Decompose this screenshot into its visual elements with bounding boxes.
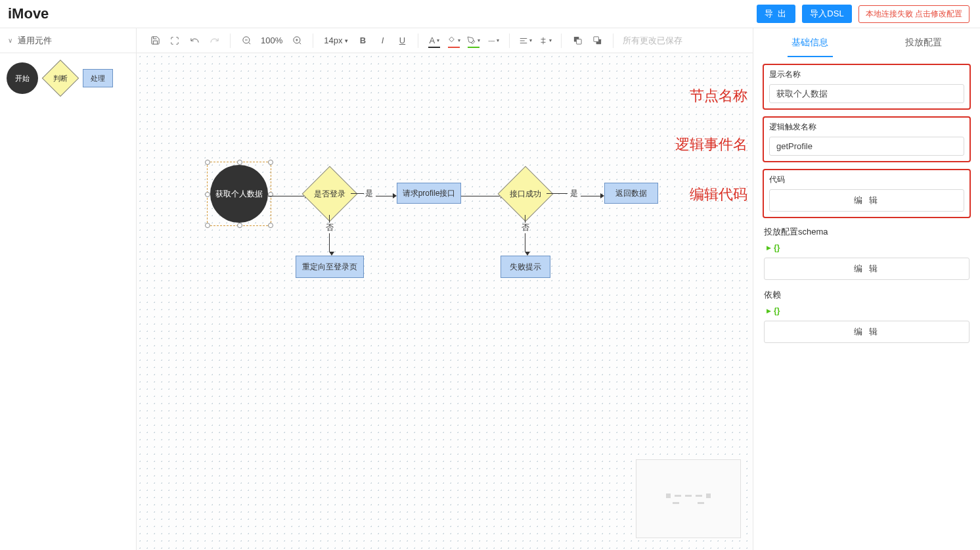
svg-rect-13 [574,37,579,42]
fit-view-icon[interactable] [167,33,183,49]
bold-icon[interactable]: B [355,33,370,49]
trigger-name-label: 逻辑触发名称 [769,122,964,133]
deps-json-toggle[interactable]: ▶{} [764,306,969,315]
font-color-icon[interactable]: A▾ [426,33,442,49]
caret-down-icon: ▾ [437,37,439,43]
svg-line-4 [299,42,301,44]
app-title: iMove [8,5,49,22]
triangle-right-icon: ▶ [767,244,771,251]
undo-icon[interactable] [187,33,202,49]
zoom-level[interactable]: 100% [258,35,285,45]
zoom-in-icon[interactable] [289,33,305,49]
resize-handle[interactable] [268,223,273,228]
node-return-data[interactable]: 返回数据 [604,183,658,204]
caret-down-icon: ▾ [497,37,499,43]
tab-basic-info[interactable]: 基础信息 [753,28,867,57]
italic-icon[interactable]: I [374,33,390,49]
canvas-viewport[interactable]: 获取个人数据 是否登录 是 请求profile接口 接口成功 是 返回数据 否 … [137,53,753,550]
redo-icon[interactable] [206,33,222,49]
save-icon[interactable] [147,33,163,49]
code-label: 代码 [769,174,964,185]
send-back-icon[interactable] [589,33,605,49]
h-align-icon[interactable]: ▾ [518,33,533,49]
edit-deps-button[interactable]: 编 辑 [764,321,969,343]
caret-down-icon: ▾ [458,37,460,43]
export-button[interactable]: 导 出 [757,5,796,23]
tab-deploy-config[interactable]: 投放配置 [867,28,981,57]
palette-start-shape[interactable]: 开始 [7,62,38,94]
editor-toolbar: 100% 14px ▾ B I U A▾ ▾ ▾ ---▾ ▾ ▾ 所有更改已保… [137,28,753,53]
edge[interactable] [376,193,397,198]
import-dsl-button[interactable]: 导入DSL [802,5,851,23]
shape-palette: 开始 判断 处理 [0,53,136,103]
svg-point-3 [294,37,300,43]
annotation-edit-code: 编辑代码 [690,185,747,204]
caret-down-icon: ▾ [529,37,532,43]
fill-color-icon[interactable]: ▾ [446,33,462,49]
zoom-out-icon[interactable] [238,33,254,49]
triangle-right-icon: ▶ [767,308,771,314]
display-name-field-box: 显示名称 [763,64,971,110]
node-redirect-login[interactable]: 重定向至登录页 [296,256,364,278]
edge[interactable] [581,193,604,198]
palette-decision-shape[interactable]: 判断 [42,60,79,97]
underline-icon[interactable]: U [394,33,410,49]
node-login-check[interactable]: 是否登录 [302,166,358,222]
svg-point-0 [242,37,249,43]
v-align-icon[interactable]: ▾ [537,33,553,49]
resize-handle[interactable] [237,160,242,165]
deps-label: 依赖 [764,289,969,301]
caret-down-icon: ▾ [478,37,480,43]
schema-label: 投放配置schema [764,226,969,238]
svg-rect-15 [596,39,602,45]
connection-status-button[interactable]: 本地连接失败 点击修改配置 [858,5,969,23]
panel-tabs: 基础信息 投放配置 [753,28,980,57]
border-color-icon[interactable]: ▾ [466,33,481,49]
header-actions: 导 出 导入DSL 本地连接失败 点击修改配置 [757,5,969,23]
edge[interactable] [525,233,525,256]
caret-down-icon: ▾ [549,37,552,43]
resize-handle[interactable] [205,223,210,228]
edit-code-button[interactable]: 编 辑 [769,189,964,212]
app-header: iMove 导 出 导入DSL 本地连接失败 点击修改配置 [0,0,980,28]
line-style-icon[interactable]: ---▾ [485,33,501,49]
svg-rect-14 [577,39,582,45]
property-panel: 基础信息 投放配置 显示名称 逻辑触发名称 代码 编 辑 投放配置schema … [753,28,980,550]
edge[interactable] [329,233,330,256]
edit-schema-button[interactable]: 编 辑 [764,258,969,280]
code-field-box: 代码 编 辑 [763,169,971,218]
schema-json-toggle[interactable]: ▶{} [764,243,969,252]
resize-handle[interactable] [205,160,210,165]
svg-line-1 [248,42,250,44]
minimap[interactable] [636,459,741,538]
annotation-logic-event: 逻辑事件名 [675,135,747,154]
edge[interactable] [525,215,525,223]
flow-canvas[interactable]: 获取个人数据 是否登录 是 请求profile接口 接口成功 是 返回数据 否 … [137,53,753,550]
resize-handle[interactable] [205,192,210,197]
trigger-name-field-box: 逻辑触发名称 [763,116,971,162]
font-size-select[interactable]: 14px ▾ [321,35,351,45]
bring-front-icon[interactable] [569,33,585,49]
edge-label: 是 [570,188,578,199]
palette-section-toggle[interactable]: ∨ 通用元件 [0,28,136,53]
edge[interactable] [329,215,330,223]
node-request-profile[interactable]: 请求profile接口 [397,183,461,204]
trigger-name-input[interactable] [769,137,964,156]
node-api-success[interactable]: 接口成功 [498,166,554,222]
edge-label: 否 [522,222,529,233]
node-start[interactable]: 获取个人数据 [210,165,268,223]
palette-process-shape[interactable]: 处理 [83,69,113,87]
display-name-input[interactable] [769,84,964,103]
schema-section: 投放配置schema ▶{} 编 辑 [763,225,971,281]
edge[interactable] [351,193,364,194]
node-fail-hint[interactable]: 失败提示 [501,256,550,278]
deps-section: 依赖 ▶{} 编 辑 [763,288,971,344]
save-status: 所有更改已保存 [616,35,682,47]
resize-handle[interactable] [268,160,273,165]
display-name-label: 显示名称 [769,69,964,80]
edge[interactable] [546,193,568,194]
edge-label: 是 [365,188,373,199]
shape-palette-sidebar: ∨ 通用元件 开始 判断 处理 [0,28,137,550]
svg-rect-16 [594,37,599,42]
resize-handle[interactable] [237,223,242,228]
